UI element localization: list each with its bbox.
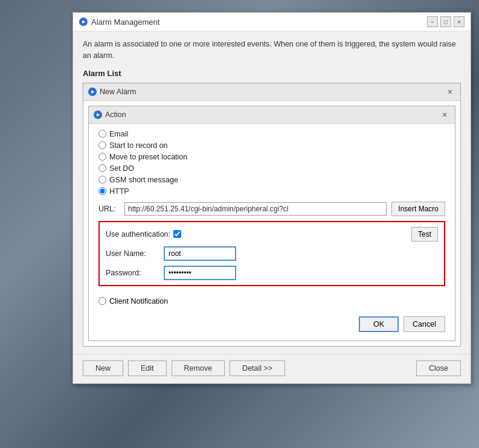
- radio-http[interactable]: HTTP: [98, 187, 445, 196]
- auth-section: Use authentication: Test User Name:: [98, 221, 445, 286]
- radio-set-do[interactable]: Set DO: [98, 164, 445, 173]
- minimize-button[interactable]: −: [427, 16, 438, 27]
- url-container: URL: Insert Macro Use authentication:: [98, 202, 445, 292]
- action-title: Action: [105, 110, 126, 119]
- radio-gsm-label: GSM short message: [109, 176, 178, 184]
- radio-start-record-label: Start to record on: [109, 141, 168, 150]
- password-row: Password:: [106, 266, 438, 280]
- radio-move-preset[interactable]: Move to preset location: [98, 153, 445, 161]
- client-notification-row[interactable]: Client Notification: [98, 297, 445, 306]
- new-alarm-icon: [88, 88, 97, 96]
- url-row: URL: Insert Macro: [98, 202, 445, 216]
- username-row: User Name:: [106, 246, 438, 261]
- radio-set-do-input[interactable]: [98, 164, 106, 172]
- radio-gsm-input[interactable]: [98, 176, 106, 184]
- insert-macro-button[interactable]: Insert Macro: [391, 202, 445, 216]
- app-icon: [79, 18, 88, 26]
- url-label: URL:: [98, 205, 120, 213]
- main-titlebar: Alarm Management − □ ×: [73, 13, 471, 31]
- radio-email-label: Email: [109, 130, 128, 138]
- action-close-button[interactable]: ×: [439, 109, 450, 120]
- new-alarm-close-button[interactable]: ×: [445, 86, 455, 97]
- cancel-button[interactable]: Cancel: [403, 316, 445, 332]
- radio-move-preset-label: Move to preset location: [109, 153, 187, 161]
- new-alarm-title: New Alarm: [100, 88, 136, 96]
- main-dialog: Alarm Management − □ × An alarm is assoc…: [72, 12, 471, 384]
- edit-button[interactable]: Edit: [128, 360, 167, 376]
- titlebar-controls: − □ ×: [427, 16, 465, 27]
- radio-move-preset-input[interactable]: [98, 153, 106, 161]
- ok-button[interactable]: OK: [359, 316, 399, 332]
- test-button[interactable]: Test: [411, 227, 438, 242]
- action-titlebar-left: Action: [94, 110, 126, 119]
- radio-client-notif-input[interactable]: [98, 297, 106, 305]
- radio-email[interactable]: Email: [98, 130, 445, 138]
- client-notif-label: Client Notification: [109, 297, 168, 306]
- url-input[interactable]: [124, 202, 387, 216]
- action-body: Email Start to record on Move to preset …: [89, 124, 455, 341]
- main-dialog-body: An alarm is associated to one or more in…: [73, 31, 471, 354]
- radio-start-record-input[interactable]: [98, 141, 106, 149]
- use-auth-checkbox[interactable]: [173, 230, 181, 238]
- action-titlebar: Action ×: [89, 106, 455, 124]
- new-button[interactable]: New: [83, 360, 123, 376]
- radio-start-record[interactable]: Start to record on: [98, 141, 445, 150]
- maximize-button[interactable]: □: [440, 16, 451, 27]
- titlebar-left: Alarm Management: [79, 18, 159, 27]
- new-alarm-titlebar: New Alarm ×: [83, 83, 460, 101]
- action-footer: OK Cancel: [98, 314, 445, 332]
- use-auth-row: Use authentication:: [106, 230, 181, 238]
- detail-button[interactable]: Detail >>: [230, 360, 285, 376]
- new-alarm-titlebar-left: New Alarm: [88, 88, 136, 96]
- radio-email-input[interactable]: [98, 130, 106, 138]
- password-label: Password:: [106, 269, 160, 277]
- action-icon: [94, 110, 102, 119]
- action-dialog: Action × Email Start to record on: [88, 106, 455, 341]
- alarm-list-title: Alarm List: [83, 69, 461, 78]
- radio-set-do-label: Set DO: [109, 164, 134, 173]
- url-left-section: URL: Insert Macro Use authentication:: [98, 202, 445, 292]
- use-auth-label: Use authentication:: [106, 230, 170, 238]
- remove-button[interactable]: Remove: [172, 360, 225, 376]
- new-alarm-dialog: New Alarm × Action ×: [83, 83, 461, 347]
- radio-http-input[interactable]: [98, 187, 106, 195]
- password-input[interactable]: [164, 266, 236, 280]
- main-dialog-title: Alarm Management: [91, 18, 159, 27]
- username-label: User Name:: [106, 249, 160, 258]
- radio-http-label: HTTP: [109, 187, 129, 196]
- dialog-description: An alarm is associated to one or more in…: [83, 39, 461, 62]
- close-button[interactable]: Close: [416, 360, 461, 376]
- username-input[interactable]: [164, 246, 236, 261]
- radio-gsm[interactable]: GSM short message: [98, 176, 445, 184]
- main-close-button[interactable]: ×: [454, 16, 465, 27]
- radio-group: Email Start to record on Move to preset …: [98, 130, 445, 196]
- main-footer: New Edit Remove Detail >> Close: [73, 354, 471, 383]
